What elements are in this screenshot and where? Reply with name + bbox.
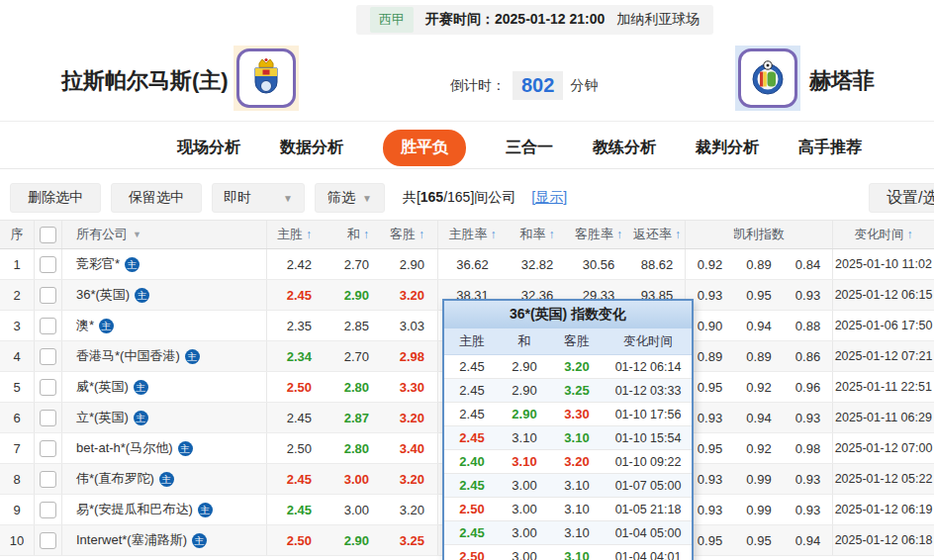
settings-button[interactable]: 设置/选择 (869, 183, 934, 213)
company-cell[interactable]: 易*(安提瓜和巴布达)主 (62, 495, 267, 524)
draw-odds[interactable]: 2.80 (325, 433, 382, 463)
chevron-down-icon: ▼ (283, 193, 293, 204)
draw-odds[interactable]: 2.85 (325, 311, 382, 340)
checkbox-icon (40, 348, 56, 365)
away-odds[interactable]: 3.20 (382, 464, 438, 494)
popup-change-time: 01-07 05:00 (605, 479, 692, 493)
away-odds[interactable]: 3.20 (382, 280, 438, 310)
popup-away-odds: 3.10 (549, 525, 605, 540)
odds-value: 3.20 (400, 411, 424, 425)
home-odds[interactable]: 2.45 (267, 464, 325, 494)
draw-odds[interactable]: 2.90 (325, 525, 382, 555)
away-odds[interactable]: 3.20 (382, 403, 438, 432)
away-odds[interactable]: 2.98 (382, 341, 438, 371)
home-odds[interactable]: 2.50 (267, 433, 325, 463)
company-cell[interactable]: 伟*(直布罗陀)主 (62, 464, 267, 494)
tab-现场分析[interactable]: 现场分析 (177, 138, 240, 158)
draw-odds[interactable]: 2.70 (325, 341, 382, 371)
main-company-badge-icon: 主 (125, 257, 140, 272)
filter-label: 筛选 (327, 189, 355, 207)
row-checkbox[interactable] (35, 464, 62, 494)
row-checkbox[interactable] (35, 341, 62, 371)
col-header-company[interactable]: 所有公司 ▼ (62, 221, 267, 248)
col-header-away-rate[interactable]: 客胜率↑ (568, 221, 629, 248)
home-odds[interactable]: 2.50 (267, 525, 325, 555)
row-checkbox[interactable] (35, 495, 62, 524)
odds-value: 2.90 (344, 288, 369, 303)
table-row: 1竞彩官*主2.422.702.9036.6232.8230.5688.620.… (0, 249, 934, 280)
row-checkbox[interactable] (35, 372, 62, 402)
company-cell[interactable]: 36*(英国)主 (62, 280, 267, 310)
select-all-checkbox[interactable] (35, 221, 62, 248)
row-number: 10 (0, 525, 35, 555)
draw-odds[interactable]: 2.90 (325, 280, 382, 310)
odds-value: 3.10 (564, 525, 589, 540)
home-odds[interactable]: 2.45 (267, 280, 325, 310)
checkbox-icon (40, 471, 56, 488)
popup-draw-odds: 3.00 (500, 525, 549, 540)
col-header-home-odds[interactable]: 主胜↑ (267, 221, 325, 248)
home-odds[interactable]: 2.34 (267, 341, 325, 371)
home-odds[interactable]: 2.50 (267, 372, 325, 402)
company-cell[interactable]: bet-at-h*(马尔他)主 (62, 433, 267, 463)
row-checkbox[interactable] (35, 403, 62, 432)
change-time: 2025-01-12 06:19 (833, 495, 934, 524)
col-header-change-time[interactable]: 变化时间↑ (833, 221, 934, 248)
keep-selected-button[interactable]: 保留选中 (111, 183, 202, 213)
show-link[interactable]: [显示] (531, 189, 567, 207)
col-header-return-rate[interactable]: 返还率↑ (629, 221, 686, 248)
draw-odds[interactable]: 3.00 (325, 495, 382, 524)
col-header-home-rate[interactable]: 主胜率↑ (438, 221, 507, 248)
tab-胜平负[interactable]: 胜平负 (383, 130, 466, 166)
popup-row: 2.503.003.1001-04 04:01 (444, 545, 692, 560)
home-odds[interactable]: 2.45 (267, 495, 325, 524)
tab-裁判分析[interactable]: 裁判分析 (696, 138, 759, 158)
draw-odds[interactable]: 3.00 (325, 464, 382, 494)
odds-value: 2.45 (459, 478, 484, 493)
company-cell[interactable]: 澳*主 (62, 311, 267, 340)
row-checkbox[interactable] (35, 433, 62, 463)
tab-数据分析[interactable]: 数据分析 (280, 138, 343, 158)
draw-odds[interactable]: 2.80 (325, 372, 382, 402)
row-checkbox[interactable] (35, 311, 62, 340)
away-odds[interactable]: 3.03 (382, 311, 438, 340)
tab-高手推荐[interactable]: 高手推荐 (798, 138, 862, 158)
checkbox-icon (40, 227, 56, 243)
tabs-divider (0, 168, 934, 169)
company-cell[interactable]: 立*(英国)主 (62, 403, 267, 432)
filter-dropdown[interactable]: 筛选 ▼ (315, 183, 385, 213)
away-odds[interactable]: 3.30 (382, 372, 438, 402)
draw-odds[interactable]: 2.70 (325, 249, 382, 279)
company-cell[interactable]: 竞彩官*主 (62, 249, 267, 279)
col-header-away-odds[interactable]: 客胜↑ (382, 221, 438, 248)
row-checkbox[interactable] (35, 280, 62, 310)
row-number: 4 (0, 341, 35, 371)
home-odds[interactable]: 2.35 (267, 311, 325, 340)
away-odds[interactable]: 3.25 (382, 525, 438, 555)
away-odds[interactable]: 3.20 (382, 495, 438, 524)
tab-三合一[interactable]: 三合一 (506, 138, 553, 158)
home-odds[interactable]: 2.45 (267, 403, 325, 432)
col-header-draw-odds[interactable]: 和↑ (325, 221, 382, 248)
sort-asc-icon: ↑ (907, 228, 913, 241)
company-cell[interactable]: 威*(英国)主 (62, 372, 267, 402)
row-checkbox[interactable] (35, 525, 62, 555)
col-header-draw-rate[interactable]: 和率↑ (507, 221, 568, 248)
draw-odds[interactable]: 2.87 (325, 403, 382, 432)
company-name: Interwet*(塞浦路斯) (76, 531, 187, 549)
time-filter-dropdown[interactable]: 即时 ▼ (212, 183, 305, 213)
delete-selected-button[interactable]: 删除选中 (10, 183, 101, 213)
tab-教练分析[interactable]: 教练分析 (593, 138, 656, 158)
header-divider (0, 121, 934, 122)
col-header-no: 序 (0, 221, 35, 248)
home-odds[interactable]: 2.42 (267, 249, 325, 279)
away-odds[interactable]: 2.90 (382, 249, 438, 279)
company-cell[interactable]: 香港马*(中国香港)主 (62, 341, 267, 371)
popup-home-odds: 2.50 (444, 502, 500, 516)
row-checkbox[interactable] (35, 249, 62, 279)
row-number: 8 (0, 464, 35, 494)
kelly-index: 0.94 (734, 311, 784, 340)
away-odds[interactable]: 3.40 (382, 433, 438, 463)
company-cell[interactable]: Interwet*(塞浦路斯)主 (62, 525, 267, 555)
odds-value: 2.45 (287, 503, 312, 517)
